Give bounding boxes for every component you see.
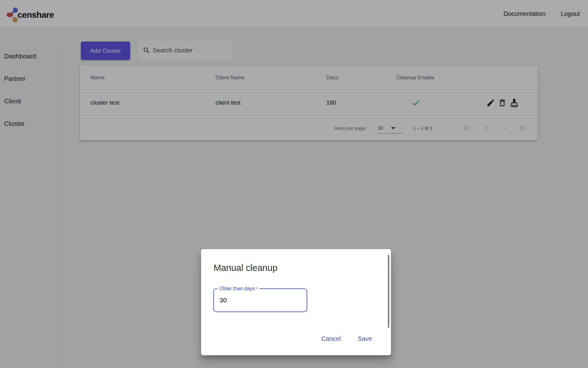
older-than-days-input[interactable]	[220, 293, 301, 308]
cancel-button[interactable]: Cancel	[320, 333, 342, 345]
field-label: Older than days*	[218, 286, 259, 292]
manual-cleanup-dialog: Manual cleanup Older than days* Cancel S…	[201, 249, 391, 355]
older-than-days-field[interactable]: Older than days*	[213, 288, 307, 312]
dialog-scrollbar[interactable]	[388, 255, 389, 328]
save-button[interactable]: Save	[356, 333, 373, 345]
field-label-text: Older than days	[220, 286, 255, 291]
dialog-actions: Cancel Save	[320, 333, 373, 345]
dialog-title: Manual cleanup	[214, 263, 278, 273]
required-asterisk: *	[256, 286, 258, 291]
